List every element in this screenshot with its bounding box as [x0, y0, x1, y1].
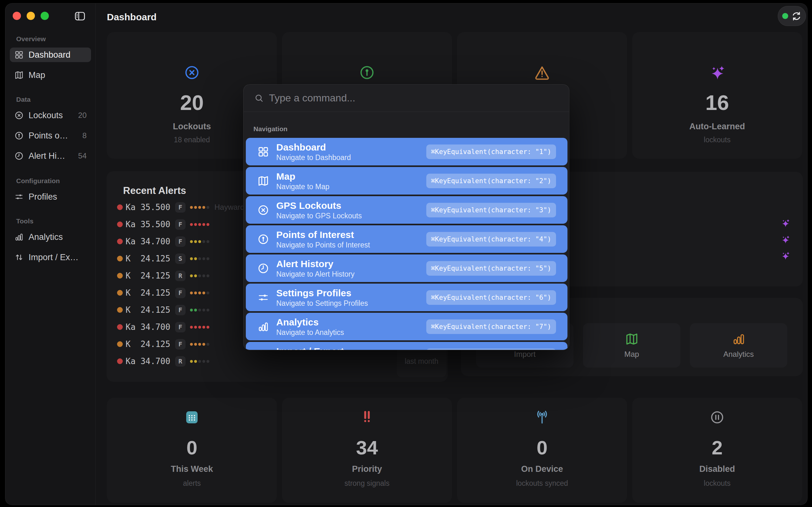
- search-icon: [254, 93, 264, 103]
- section-label: Overview: [16, 35, 96, 43]
- quick-action-analytics[interactable]: Analytics: [690, 323, 787, 368]
- sidebar-toggle-icon: [73, 10, 86, 22]
- sync-status-button[interactable]: [778, 6, 806, 26]
- shortcut-badge: ⌘KeyEquivalent(character: "7"): [426, 320, 556, 334]
- bar-chart-icon: [257, 321, 269, 333]
- shortcut-badge: ⌘KeyEquivalent(character: "1"): [426, 145, 556, 159]
- sparkles-icon: [780, 235, 790, 244]
- status-dot: [782, 13, 788, 19]
- refresh-icon: [791, 11, 802, 21]
- band-dot: [117, 239, 123, 244]
- palette-search-row: [244, 84, 569, 112]
- pause-circle-icon: [710, 410, 725, 425]
- sidebar-item-points-of-interest[interactable]: Points o… 8: [10, 128, 91, 143]
- alert-list: Ka 35.500 F Hayward, Ka 35.500 F Ka 34.7…: [117, 199, 247, 370]
- alert-location: Hayward,: [214, 203, 247, 212]
- palette-item-subtitle: Navigate to Dashboard: [276, 154, 351, 161]
- stat-label: This Week: [107, 464, 277, 474]
- clock-icon: [14, 151, 24, 161]
- stat-card-priority: 34 Priority strong signals: [282, 398, 452, 503]
- alert-row: K 24.125 F: [117, 284, 247, 301]
- minimize-window-button[interactable]: [27, 12, 35, 20]
- palette-item-subtitle: Navigate to Alert History: [276, 270, 355, 278]
- sidebar-item-analytics[interactable]: Analytics: [10, 230, 91, 244]
- signal-strength-dots: [190, 343, 209, 346]
- clock-icon: [257, 262, 269, 274]
- mode-badge: F: [175, 236, 186, 247]
- stat-sublabel: alerts: [107, 479, 277, 488]
- sidebar-section-configuration: Configuration Profiles: [5, 177, 96, 210]
- band-dot: [117, 290, 123, 296]
- shortcut-badge: ⌘KeyEquivalent(character: "6"): [426, 290, 556, 305]
- sidebar-item-label: Analytics: [29, 232, 63, 242]
- palette-item-settings-profiles[interactable]: Settings Profiles Navigate to Settings P…: [246, 284, 567, 311]
- palette-item-analytics[interactable]: Analytics Navigate to Analytics ⌘KeyEqui…: [246, 313, 567, 340]
- double-exclamation-icon: [359, 410, 374, 425]
- alert-row: Ka 35.500 F: [117, 216, 247, 233]
- palette-item-points-of-interest[interactable]: Points of Interest Navigate to Points of…: [246, 225, 567, 253]
- sparkles-icon: [709, 64, 725, 81]
- signal-strength-dots: [190, 291, 209, 294]
- sidebar-item-profiles[interactable]: Profiles: [10, 189, 91, 204]
- toggle-sidebar-button[interactable]: [73, 10, 86, 22]
- band-frequency: Ka 34.700: [125, 237, 174, 246]
- sidebar-section-data: Data Lockouts 20 Points o… 8 Alert Hi… 5…: [5, 96, 96, 169]
- stat-card-auto-learned: 16 Auto-Learned lockouts: [632, 32, 802, 159]
- sidebar-item-import-export[interactable]: Import / Ex…: [10, 250, 91, 265]
- quick-action-map[interactable]: Map: [583, 323, 680, 368]
- shortcut-badge: ⌘KeyEquivalent(character: "8"): [426, 349, 556, 350]
- stat-value: 16: [632, 90, 802, 115]
- mode-badge: F: [175, 202, 186, 213]
- signal-strength-dots: [190, 360, 209, 363]
- alert-row: K 24.125 F: [117, 301, 247, 319]
- palette-item-title: Dashboard: [276, 142, 351, 153]
- band-dot: [117, 341, 123, 347]
- band-dot: [117, 222, 123, 227]
- map-icon: [14, 70, 24, 80]
- stat-sublabel: lockouts: [632, 479, 802, 488]
- command-search-input[interactable]: [268, 84, 555, 112]
- stat-card-this-week: 0 This Week alerts: [107, 398, 277, 503]
- section-label: Data: [16, 96, 96, 103]
- map-icon: [625, 332, 639, 346]
- sidebar-item-dashboard[interactable]: Dashboard: [10, 48, 91, 62]
- alert-row: Ka 34.700 F: [117, 319, 247, 336]
- palette-item-subtitle: Navigate to Settings Profiles: [276, 299, 368, 307]
- grid-icon: [257, 146, 269, 158]
- band-dot: [117, 324, 123, 330]
- panel-title: Recent Alerts: [123, 185, 186, 196]
- zoom-window-button[interactable]: [41, 12, 49, 20]
- shortcut-badge: ⌘KeyEquivalent(character: "4"): [426, 232, 556, 246]
- sidebar-item-map[interactable]: Map: [10, 68, 91, 82]
- mode-badge: R: [175, 356, 186, 367]
- palette-item-alert-history[interactable]: Alert History Navigate to Alert History …: [246, 255, 567, 282]
- palette-item-subtitle: Navigate to Map: [276, 183, 329, 190]
- sidebar-item-alert-history[interactable]: Alert Hi… 54: [10, 149, 91, 163]
- shortcut-badge: ⌘KeyEquivalent(character: "3"): [426, 203, 556, 217]
- app-window: Overview Dashboard Map Data Lockouts 20 …: [5, 3, 808, 505]
- arrows-up-down-icon: [14, 252, 24, 262]
- tile-label: Analytics: [690, 350, 787, 359]
- palette-item-gps-lockouts[interactable]: GPS Lockouts Navigate to GPS Lockouts ⌘K…: [246, 196, 567, 224]
- arrows-up-down-icon: [257, 350, 269, 350]
- signal-strength-dots: [190, 257, 209, 260]
- palette-item-import-export[interactable]: Import / Export Navigate to Import / Exp…: [246, 342, 567, 350]
- mode-badge: F: [175, 219, 186, 230]
- palette-item-dashboard[interactable]: Dashboard Navigate to Dashboard ⌘KeyEqui…: [246, 138, 567, 165]
- shortcut-badge: ⌘KeyEquivalent(character: "2"): [426, 174, 556, 188]
- band-frequency: K 24.125: [125, 305, 174, 315]
- section-label: Tools: [16, 217, 96, 225]
- signal-strength-dots: [190, 240, 209, 243]
- pin-circle-icon: [14, 131, 24, 140]
- pin-circle-icon: [359, 64, 375, 81]
- window-controls: [13, 12, 49, 20]
- band-frequency: K 24.125: [125, 339, 174, 349]
- sidebar-item-lockouts[interactable]: Lockouts 20: [10, 108, 91, 123]
- mode-badge: F: [175, 305, 186, 315]
- stat-card-disabled: 2 Disabled lockouts: [632, 398, 802, 503]
- band-frequency: Ka 34.700: [125, 356, 174, 366]
- close-window-button[interactable]: [13, 12, 21, 20]
- alert-row: Ka 34.700 R: [117, 353, 247, 370]
- band-frequency: K 24.125: [125, 254, 174, 263]
- palette-item-map[interactable]: Map Navigate to Map ⌘KeyEquivalent(chara…: [246, 167, 567, 194]
